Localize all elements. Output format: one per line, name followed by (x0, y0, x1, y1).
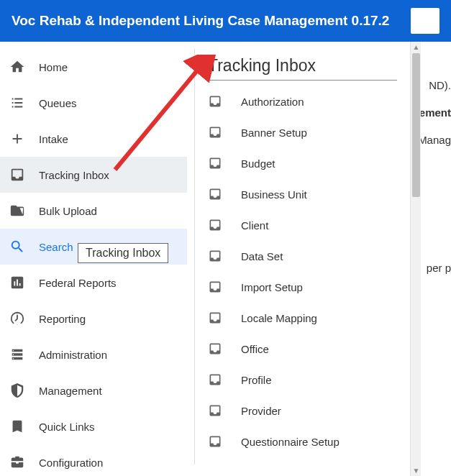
inbox-icon (208, 342, 224, 357)
sidebar-item-label: Intake (39, 133, 68, 145)
folder-icon (9, 202, 26, 219)
scrollbar[interactable]: ▲ ▼ (410, 42, 421, 476)
app-title: Voc Rehab & Independent Living Case Mana… (12, 13, 389, 29)
sidebar-item-reporting[interactable]: Reporting (0, 301, 187, 337)
flyout-item-locale-mapping[interactable]: Locale Mapping (208, 303, 397, 334)
sidebar-item-home[interactable]: Home (0, 49, 187, 85)
sidebar-item-management[interactable]: Management (0, 372, 187, 408)
inbox-icon (9, 166, 26, 183)
flyout-item-questionnaire-setup[interactable]: Questionnaire Setup (208, 426, 397, 457)
sidebar-item-queues[interactable]: Queues (0, 85, 187, 121)
flyout-item-office[interactable]: Office (208, 334, 397, 365)
flyout-item-banner-setup[interactable]: Banner Setup (208, 117, 397, 148)
tooltip: Tracking Inbox (78, 243, 168, 263)
plus-icon (9, 130, 26, 147)
flyout-item-data-set[interactable]: Data Set (208, 241, 397, 272)
sidebar-item-label: Queues (39, 97, 77, 109)
flyout-item-label: Provider (241, 405, 281, 417)
sidebar-item-administration[interactable]: Administration (0, 337, 187, 372)
sidebar-item-intake[interactable]: Intake (0, 121, 187, 157)
inbox-icon (208, 280, 224, 296)
bg-text: per p (427, 262, 451, 274)
flyout-item-label: Questionnaire Setup (241, 436, 340, 448)
inbox-icon (208, 218, 224, 234)
sidebar-item-label: Configuration (39, 457, 103, 469)
sidebar-item-label: Quick Links (39, 421, 95, 433)
bg-text: Manag (418, 134, 451, 146)
flyout-item-label: Office (241, 343, 269, 355)
sidebar-item-label: Federal Reports (39, 277, 117, 289)
flyout-item-profile[interactable]: Profile (208, 365, 397, 395)
sidebar-item-label: Reporting (39, 313, 86, 325)
flyout-item-provider[interactable]: Provider (208, 395, 397, 426)
tracking-inbox-flyout: Tracking Inbox Authorization Banner Setu… (194, 49, 410, 464)
flyout-item-label: Budget (241, 157, 275, 170)
flyout-item-import-setup[interactable]: Import Setup (208, 272, 397, 303)
header-button[interactable] (411, 8, 439, 34)
flyout-item-label: Business Unit (241, 188, 307, 201)
flyout-item-label: Banner Setup (241, 127, 307, 139)
scroll-thumb[interactable] (412, 53, 420, 197)
sidebar-item-configuration[interactable]: Configuration (0, 444, 187, 476)
sidebar-item-label: Home (39, 61, 68, 73)
inbox-icon (208, 94, 224, 110)
flyout-item-label: Import Setup (241, 281, 303, 293)
inbox-icon (208, 156, 224, 172)
flyout-title: Tracking Inbox (208, 56, 397, 81)
flyout-item-label: Client (241, 219, 268, 232)
sidebar-item-tracking-inbox[interactable]: Tracking Inbox (0, 157, 187, 193)
inbox-icon (208, 249, 224, 265)
inbox-icon (208, 311, 224, 326)
shield-icon (9, 382, 26, 399)
home-icon (9, 58, 26, 75)
flyout-item-label: Authorization (241, 96, 304, 108)
inbox-icon (208, 403, 224, 419)
barchart-icon (9, 274, 26, 291)
flyout-item-client[interactable]: Client (208, 210, 397, 241)
bg-text: ement (419, 106, 451, 119)
flyout-item-label: Data Set (241, 250, 283, 262)
search-icon (9, 238, 26, 255)
toolbox-icon (9, 454, 26, 471)
sidebar-item-label: Management (39, 385, 102, 397)
flyout-item-authorization[interactable]: Authorization (208, 86, 397, 117)
inbox-icon (208, 434, 224, 450)
scroll-up-icon[interactable]: ▲ (411, 42, 422, 52)
inbox-icon (208, 187, 224, 203)
bookmark-icon (9, 418, 26, 435)
sidebar-item-federal-reports[interactable]: Federal Reports (0, 265, 187, 301)
inbox-icon (208, 372, 224, 388)
app-header: Voc Rehab & Independent Living Case Mana… (0, 0, 451, 42)
gauge-icon (9, 310, 26, 327)
sidebar-item-label: Bulk Upload (39, 205, 97, 217)
sidebar-item-label: Search (39, 241, 73, 253)
flyout-item-business-unit[interactable]: Business Unit (208, 179, 397, 210)
sidebar-item-bulk-upload[interactable]: Bulk Upload (0, 193, 187, 229)
flyout-item-budget[interactable]: Budget (208, 148, 397, 179)
servers-icon (9, 346, 26, 363)
flyout-item-label: Locale Mapping (241, 312, 317, 324)
scroll-down-icon[interactable]: ▼ (411, 465, 422, 476)
flyout-item-label: Profile (241, 374, 272, 386)
list-icon (9, 94, 26, 111)
sidebar-item-label: Administration (39, 349, 107, 361)
sidebar-item-label: Tracking Inbox (39, 169, 109, 181)
sidebar-item-quick-links[interactable]: Quick Links (0, 408, 187, 444)
inbox-icon (208, 125, 224, 141)
bg-text: ND). (429, 79, 451, 91)
